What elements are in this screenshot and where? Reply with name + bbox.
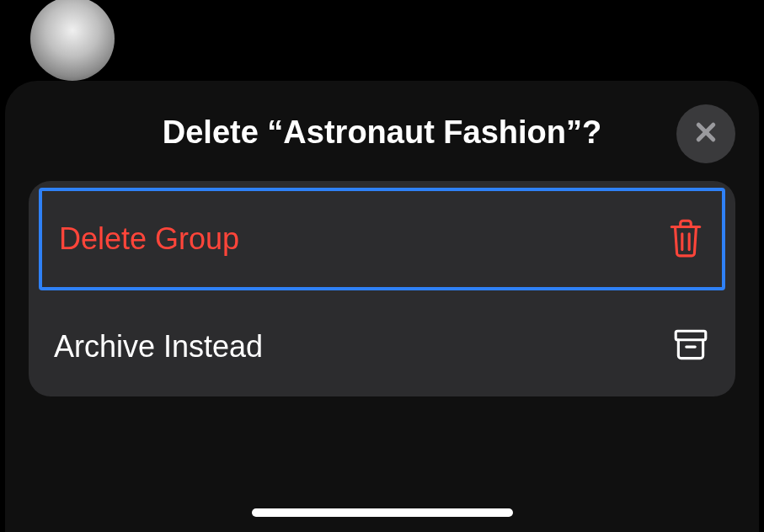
chat-row[interactable]: be massive https://devsexchange.co… — [0, 0, 764, 91]
archive-icon — [671, 326, 710, 368]
option-label: Delete Group — [59, 221, 239, 257]
option-label: Archive Instead — [54, 329, 263, 364]
archive-instead-option[interactable]: Archive Instead — [29, 297, 735, 396]
action-sheet: Delete “Astronaut Fashion”? Delete Group — [5, 81, 759, 532]
close-button[interactable] — [676, 104, 735, 163]
sheet-header: Delete “Astronaut Fashion”? — [29, 104, 735, 151]
home-indicator[interactable] — [252, 508, 513, 517]
trash-icon — [666, 216, 705, 262]
avatar — [30, 0, 115, 81]
delete-group-option[interactable]: Delete Group — [39, 188, 725, 290]
svg-rect-4 — [676, 331, 706, 339]
sheet-title: Delete “Astronaut Fashion”? — [29, 104, 735, 151]
close-icon — [693, 120, 719, 148]
option-list: Delete Group Archive Instead — [29, 181, 735, 396]
